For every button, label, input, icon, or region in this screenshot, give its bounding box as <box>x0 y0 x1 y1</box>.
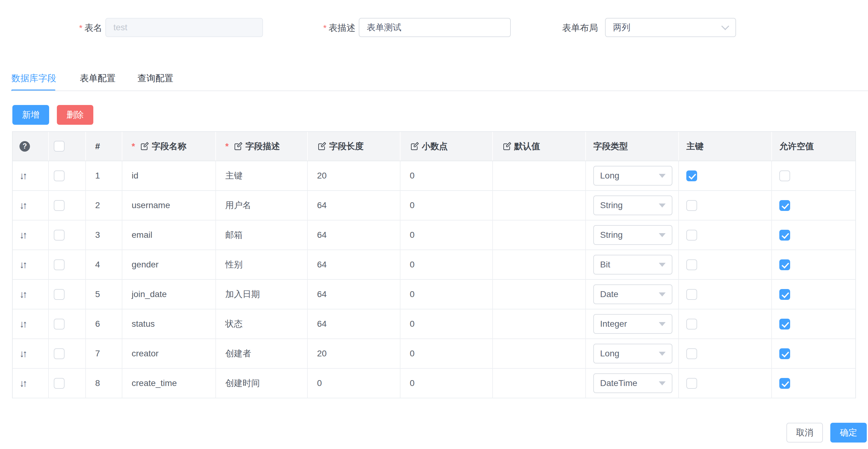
field-type-value: Long <box>600 349 619 358</box>
header-cell-help: ? <box>13 132 49 161</box>
header-cell-field-type: 字段类型 <box>586 132 679 161</box>
table-row: ↓↑ 6 status 状态 64 0 Integer <box>13 310 855 339</box>
field-type-select[interactable]: String <box>593 225 673 245</box>
field-name-cell[interactable]: status <box>132 319 155 329</box>
field-name-cell[interactable]: gender <box>132 260 158 269</box>
decimal-cell[interactable]: 0 <box>410 230 415 240</box>
field-length-cell[interactable]: 20 <box>317 171 327 181</box>
table-name-input[interactable]: test <box>105 18 263 37</box>
field-length-cell[interactable]: 64 <box>317 200 327 210</box>
table-desc-input[interactable]: 表单测试 <box>359 18 511 37</box>
field-name-cell[interactable]: id <box>132 171 138 181</box>
nullable-checkbox[interactable] <box>779 170 790 181</box>
drag-sort-icon[interactable]: ↓↑ <box>20 170 26 182</box>
confirm-button[interactable]: 确定 <box>830 423 867 443</box>
field-name-cell[interactable]: email <box>132 230 152 240</box>
nullable-checkbox[interactable] <box>779 378 790 389</box>
nullable-checkbox[interactable] <box>779 259 790 270</box>
tab-database-fields[interactable]: 数据库字段 <box>11 70 56 86</box>
nullable-checkbox[interactable] <box>779 230 790 240</box>
field-length-cell[interactable]: 64 <box>317 319 327 329</box>
row-checkbox[interactable] <box>54 230 65 240</box>
field-desc-cell[interactable]: 主键 <box>225 170 243 182</box>
table-desc-label: *表描述 <box>284 18 355 37</box>
primary-key-checkbox[interactable] <box>686 289 697 300</box>
field-type-value: Date <box>600 289 618 299</box>
cancel-button[interactable]: 取消 <box>786 423 823 443</box>
required-asterisk: * <box>132 141 135 151</box>
field-type-select[interactable]: Long <box>593 166 673 186</box>
caret-down-icon <box>659 352 665 356</box>
decimal-cell[interactable]: 0 <box>410 319 415 329</box>
drag-sort-icon[interactable]: ↓↑ <box>20 318 26 330</box>
decimal-cell[interactable]: 0 <box>410 289 415 299</box>
field-type-select[interactable]: DateTime <box>593 373 673 393</box>
field-desc-cell[interactable]: 邮箱 <box>225 229 243 241</box>
field-desc-cell[interactable]: 状态 <box>225 318 243 330</box>
field-name-cell[interactable]: join_date <box>132 289 167 299</box>
field-length-cell[interactable]: 64 <box>317 230 327 240</box>
primary-key-checkbox[interactable] <box>686 319 697 329</box>
primary-key-checkbox[interactable] <box>686 348 697 359</box>
drag-sort-icon[interactable]: ↓↑ <box>20 348 26 359</box>
primary-key-checkbox[interactable] <box>686 230 697 240</box>
field-type-select[interactable]: Long <box>593 344 673 363</box>
field-name-cell[interactable]: username <box>132 200 170 210</box>
row-checkbox[interactable] <box>54 319 65 329</box>
field-desc-cell[interactable]: 用户名 <box>225 199 251 211</box>
caret-down-icon <box>659 292 665 296</box>
field-type-select[interactable]: Integer <box>593 314 673 334</box>
field-type-select[interactable]: String <box>593 195 673 215</box>
primary-key-checkbox[interactable] <box>686 200 697 211</box>
drag-sort-icon[interactable]: ↓↑ <box>20 200 26 211</box>
primary-key-checkbox[interactable] <box>686 259 697 270</box>
field-length-cell[interactable]: 64 <box>317 260 327 269</box>
delete-button[interactable]: 删除 <box>57 105 93 125</box>
decimal-cell[interactable]: 0 <box>410 349 415 358</box>
row-checkbox[interactable] <box>54 289 65 300</box>
tab-query-config[interactable]: 查询配置 <box>137 70 173 86</box>
form-layout-select[interactable]: 两列 <box>605 18 736 37</box>
tab-form-config[interactable]: 表单配置 <box>80 70 116 86</box>
field-length-cell[interactable]: 20 <box>317 349 327 358</box>
row-index: 7 <box>95 349 100 358</box>
drag-sort-icon[interactable]: ↓↑ <box>20 229 26 241</box>
field-name-cell[interactable]: creator <box>132 349 158 358</box>
primary-key-checkbox[interactable] <box>686 170 697 181</box>
field-name-cell[interactable]: create_time <box>132 378 177 388</box>
field-length-cell[interactable]: 64 <box>317 289 327 299</box>
primary-key-checkbox[interactable] <box>686 378 697 389</box>
table-row: ↓↑ 3 email 邮箱 64 0 String <box>13 221 855 250</box>
drag-sort-icon[interactable]: ↓↑ <box>20 378 26 389</box>
drag-sort-icon[interactable]: ↓↑ <box>20 259 26 270</box>
decimal-cell[interactable]: 0 <box>410 200 415 210</box>
form-layout-label: 表单布局 <box>527 18 598 37</box>
field-length-cell[interactable]: 0 <box>317 378 322 388</box>
row-checkbox[interactable] <box>54 348 65 359</box>
row-checkbox[interactable] <box>54 259 65 270</box>
row-checkbox[interactable] <box>54 200 65 211</box>
decimal-cell[interactable]: 0 <box>410 260 415 269</box>
field-desc-cell[interactable]: 创建时间 <box>225 377 260 389</box>
field-desc-cell[interactable]: 性别 <box>225 259 243 270</box>
drag-sort-icon[interactable]: ↓↑ <box>20 289 26 300</box>
row-checkbox[interactable] <box>54 170 65 181</box>
help-icon[interactable]: ? <box>20 141 30 152</box>
nullable-checkbox[interactable] <box>779 319 790 329</box>
select-all-checkbox[interactable] <box>54 141 65 152</box>
row-checkbox[interactable] <box>54 378 65 389</box>
field-type-select[interactable]: Bit <box>593 255 673 275</box>
table-header: ? # * 字段名称 * 字段描述 字段长度 小数点 <box>13 132 855 161</box>
nullable-checkbox[interactable] <box>779 200 790 211</box>
edit-icon <box>410 142 419 151</box>
field-desc-cell[interactable]: 创建者 <box>225 348 251 359</box>
header-cell-default: 默认值 <box>493 132 586 161</box>
decimal-cell[interactable]: 0 <box>410 378 415 388</box>
decimal-cell[interactable]: 0 <box>410 171 415 181</box>
field-type-select[interactable]: Date <box>593 284 673 304</box>
row-index: 4 <box>95 260 100 269</box>
add-button[interactable]: 新增 <box>12 105 49 125</box>
nullable-checkbox[interactable] <box>779 348 790 359</box>
field-desc-cell[interactable]: 加入日期 <box>225 288 260 300</box>
nullable-checkbox[interactable] <box>779 289 790 300</box>
